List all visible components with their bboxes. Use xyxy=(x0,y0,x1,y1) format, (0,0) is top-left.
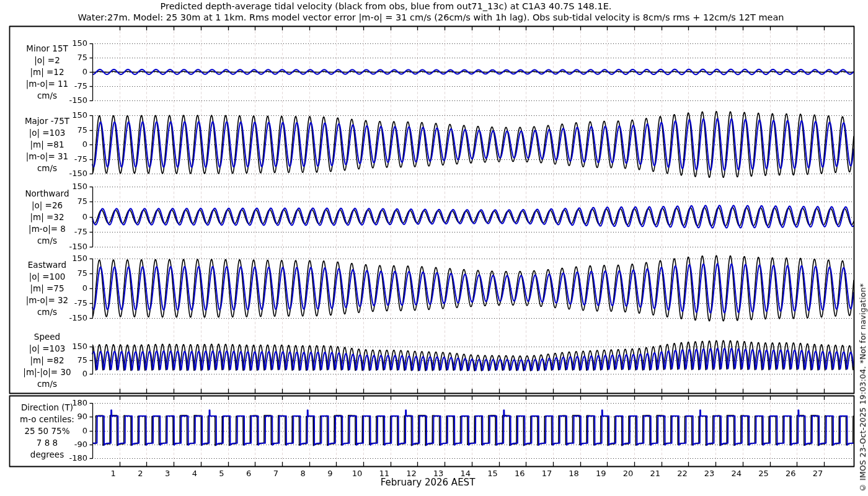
y-tick-label: 150 xyxy=(59,38,87,48)
panel-label-line: cm/s xyxy=(4,378,91,390)
tidal-velocity-figure: Predicted depth-average tidal velocity (… xyxy=(0,0,868,496)
y-tick-label: 0 xyxy=(59,67,87,76)
y-tick-label: -150 xyxy=(59,313,87,322)
y-tick-label: 150 xyxy=(59,254,87,263)
y-tick-label: 0 xyxy=(59,426,87,435)
y-tick-label: 75 xyxy=(59,355,87,365)
chart-title: Predicted depth-average tidal velocity (… xyxy=(0,1,772,11)
y-tick-label: 75 xyxy=(59,268,87,278)
watermark-text: © IMOS 23-Oct-2025 19:03:04. *Not for na… xyxy=(858,283,867,492)
y-tick-label: 150 xyxy=(59,110,87,120)
y-tick-label: -90 xyxy=(59,440,87,449)
plot-canvas xyxy=(0,0,868,496)
y-tick-label: 0 xyxy=(59,283,87,293)
y-tick-label: 180 xyxy=(59,398,87,407)
chart-subtitle: Water:27m. Model: 25 30m at 1 1km. Rms m… xyxy=(0,12,862,22)
y-tick-label: -75 xyxy=(59,81,87,91)
y-tick-label: 0 xyxy=(59,140,87,149)
y-tick-label: -75 xyxy=(59,298,87,308)
y-tick-label: -180 xyxy=(59,453,87,463)
y-tick-label: -150 xyxy=(59,242,87,251)
y-tick-label: -75 xyxy=(59,154,87,164)
y-tick-label: 90 xyxy=(59,412,87,421)
y-tick-label: 75 xyxy=(59,197,87,206)
y-tick-label: 0 xyxy=(59,212,87,221)
y-tick-label: -150 xyxy=(59,169,87,178)
y-tick-label: 150 xyxy=(59,342,87,351)
y-tick-label: 0 xyxy=(59,369,87,378)
y-tick-label: -150 xyxy=(59,95,87,105)
y-tick-label: 150 xyxy=(59,182,87,191)
y-tick-label: 75 xyxy=(59,53,87,62)
x-axis-title: February 2026 AEST xyxy=(0,477,856,488)
y-tick-label: -75 xyxy=(59,227,87,236)
y-tick-label: 75 xyxy=(59,125,87,135)
